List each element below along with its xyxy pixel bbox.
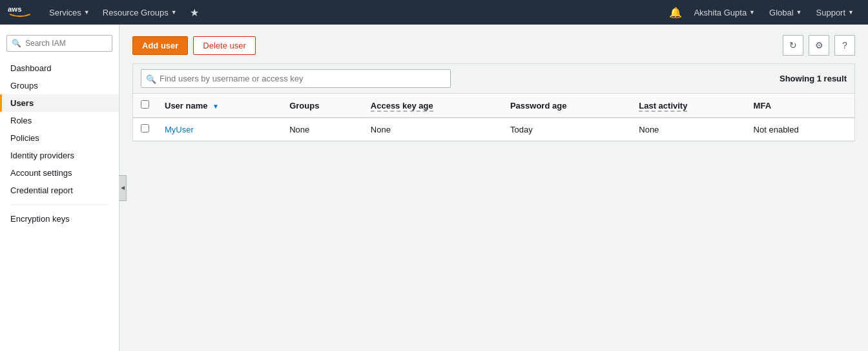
users-table-wrapper: 🔍 Showing 1 result User name ▼ [132,63,855,142]
resource-groups-menu[interactable]: Resource Groups ▼ [96,0,183,25]
sidebar-item-groups[interactable]: Groups [0,77,119,94]
sidebar-item-account-settings[interactable]: Account settings [0,164,119,182]
sidebar-item-identity-providers[interactable]: Identity providers [0,147,119,164]
col-header-groups: Groups [282,94,363,118]
table-search-wrapper: 🔍 [141,69,772,88]
delete-user-button[interactable]: Delete user [193,36,255,55]
toolbar: Add user Delete user ↻ ⚙ ? [132,35,855,56]
sidebar-search-wrapper: 🔍 [6,35,112,52]
main-content: Add user Delete user ↻ ⚙ ? 🔍 Showing 1 r… [119,25,868,351]
col-header-access-key-age: Access key age [363,94,502,118]
resource-groups-chevron-icon: ▼ [171,9,177,16]
sidebar-item-policies[interactable]: Policies [0,129,119,147]
user-chevron-icon: ▼ [749,9,755,16]
table-row: MyUser None None Today None Not enabled [133,118,854,141]
svg-text:aws: aws [8,5,21,13]
sidebar-item-roles[interactable]: Roles [0,112,119,129]
sidebar-divider [10,204,108,205]
sidebar-item-dashboard[interactable]: Dashboard [0,59,119,77]
sidebar: 🔍 Dashboard Groups Users Roles Policies … [0,25,119,351]
top-navigation: aws Services ▼ Resource Groups ▼ ★ 🔔 Aks… [0,0,868,25]
notifications-icon[interactable]: 🔔 [665,0,686,25]
users-table: User name ▼ Groups Access key age Passwo… [133,94,854,141]
cell-last-activity: None [631,118,745,141]
sidebar-item-users[interactable]: Users [0,94,119,112]
refresh-button[interactable]: ↻ [783,35,803,56]
results-count: Showing 1 result [780,74,847,83]
services-menu[interactable]: Services ▼ [43,0,96,25]
user-menu[interactable]: Akshita Gupta ▼ [687,0,761,25]
add-user-button[interactable]: Add user [132,36,188,55]
settings-button[interactable]: ⚙ [809,35,829,56]
region-chevron-icon: ▼ [796,9,802,16]
sidebar-item-credential-report[interactable]: Credential report [0,182,119,199]
aws-logo[interactable]: aws [8,5,32,20]
sidebar-collapse-button[interactable]: ◀ [119,175,127,201]
services-chevron-icon: ▼ [84,9,90,16]
col-header-last-activity: Last activity [631,94,745,118]
table-search-icon: 🔍 [146,74,156,83]
username-sort-icon: ▼ [212,103,219,110]
col-header-username[interactable]: User name ▼ [157,94,282,118]
cell-username: MyUser [157,118,282,141]
table-search-input[interactable] [141,69,451,88]
region-menu[interactable]: Global ▼ [763,0,809,25]
col-header-mfa: MFA [746,94,854,118]
row-checkbox-cell[interactable] [133,118,157,141]
row-checkbox[interactable] [141,124,149,133]
select-all-checkbox[interactable] [141,100,149,109]
cell-password-age: Today [502,118,631,141]
cell-groups: None [282,118,363,141]
cell-mfa: Not enabled [746,118,854,141]
sidebar-item-encryption-keys[interactable]: Encryption keys [0,210,119,228]
username-link[interactable]: MyUser [165,125,194,134]
cell-access-key-age: None [363,118,502,141]
sidebar-search-icon: 🔍 [12,39,21,48]
bookmarks-icon[interactable]: ★ [183,0,205,25]
sidebar-search-input[interactable] [6,35,112,52]
col-header-password-age: Password age [502,94,631,118]
help-button[interactable]: ? [834,35,855,56]
select-all-header[interactable] [133,94,157,118]
support-chevron-icon: ▼ [848,9,854,16]
support-menu[interactable]: Support ▼ [810,0,860,25]
sidebar-nav: Dashboard Groups Users Roles Policies Id… [0,59,119,228]
table-search-bar: 🔍 Showing 1 result [133,64,854,94]
table-header-row: User name ▼ Groups Access key age Passwo… [133,94,854,118]
